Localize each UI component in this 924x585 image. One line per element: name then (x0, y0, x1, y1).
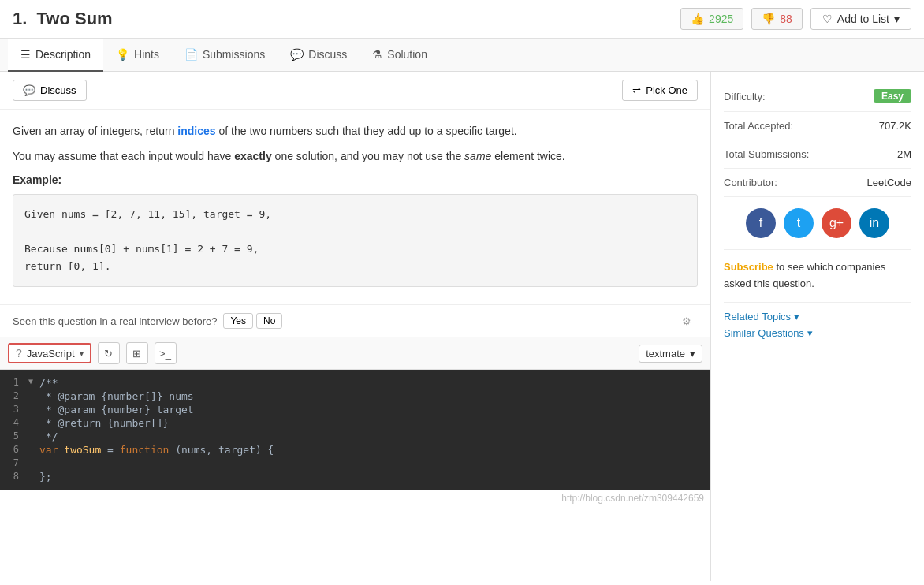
desc2-text2: one solution, and you may not use the (272, 150, 464, 162)
total-submissions-label: Total Submissions: (724, 148, 809, 160)
theme-selector[interactable]: textmate ▾ (639, 345, 702, 363)
tab-hints[interactable]: 💡 Hints (103, 39, 172, 72)
refresh-button[interactable]: ↻ (98, 342, 120, 364)
code-line-3: 3 * @param {number} target (0, 403, 710, 416)
desc-bold: indices (177, 125, 215, 137)
linkedin-button[interactable]: in (859, 208, 889, 238)
total-submissions-value: 2M (897, 148, 911, 160)
tab-bar: ☰ Description 💡 Hints 📄 Submissions 💬 Di… (0, 39, 924, 72)
desc2-bold: exactly (234, 150, 271, 162)
header-actions: 👍 2925 👎 88 ♡ Add to List ▾ (680, 8, 911, 30)
tab-discuss[interactable]: 💬 Discuss (278, 39, 360, 72)
upvote-count: 2925 (709, 13, 733, 25)
header: 1. Two Sum 👍 2925 👎 88 ♡ Add to List ▾ (0, 0, 924, 39)
discuss-icon: 💬 (23, 84, 35, 96)
add-to-list-button[interactable]: ♡ Add to List ▾ (810, 8, 911, 30)
desc-text1: Given an array of integers, return (13, 125, 177, 137)
language-label: JavaScript (27, 348, 75, 360)
tab-description-label: Description (35, 48, 91, 61)
facebook-button[interactable]: f (746, 208, 776, 238)
code-line-4: 4 * @return {number[]} (0, 416, 710, 430)
chevron-down-icon: ▾ (894, 13, 900, 25)
social-row: f t g+ in (724, 197, 911, 250)
desc-link[interactable]: indices (177, 125, 215, 137)
tab-solution[interactable]: ⚗ Solution (360, 39, 440, 72)
shuffle-icon: ⇌ (632, 84, 641, 96)
file-icon: 📄 (184, 48, 198, 61)
interview-bar: Seen this question in a real interview b… (0, 304, 710, 337)
terminal-icon[interactable]: >_ (155, 342, 177, 364)
tab-submissions[interactable]: 📄 Submissions (172, 39, 278, 72)
downvote-button[interactable]: 👎 88 (751, 8, 803, 30)
similar-questions-caret: ▾ (807, 327, 813, 339)
pick-one-button[interactable]: ⇌ Pick One (622, 80, 698, 101)
tab-discuss-label: Discuss (308, 48, 347, 61)
discuss-button[interactable]: 💬 Discuss (13, 80, 87, 101)
related-topics-caret: ▾ (794, 311, 799, 322)
add-to-list-label: Add to List (837, 13, 889, 25)
code-line-5: 5 */ (0, 430, 710, 443)
downvote-count: 88 (780, 13, 792, 25)
related-topics-label: Related Topics (724, 311, 791, 322)
total-accepted-row: Total Accepted: 707.2K (724, 112, 911, 140)
description-line2: You may assume that each input would hav… (13, 147, 698, 165)
problem-title: Two Sum (36, 9, 112, 28)
question-mark-icon: ? (16, 347, 22, 360)
code-line-1: 1 ▼ /** (0, 376, 710, 389)
list-icon: ☰ (20, 48, 31, 61)
twitter-button[interactable]: t (784, 208, 814, 238)
related-topics-link[interactable]: Related Topics ▾ (724, 311, 911, 322)
caret-icon: ▾ (80, 349, 84, 358)
pick-one-label: Pick One (646, 84, 687, 96)
tab-submissions-label: Submissions (203, 48, 265, 61)
problem-toolbar: 💬 Discuss ⇌ Pick One (0, 72, 710, 110)
interview-question: Seen this question in a real interview b… (13, 315, 217, 327)
problem-description: Given an array of integers, return indic… (0, 110, 710, 301)
total-accepted-value: 707.2K (879, 120, 911, 132)
desc2-italic: same (464, 150, 491, 162)
gear-icon[interactable]: ⚙ (682, 315, 691, 327)
googleplus-button[interactable]: g+ (822, 208, 851, 238)
no-button[interactable]: No (256, 313, 282, 329)
upvote-button[interactable]: 👍 2925 (680, 8, 743, 30)
bulb-icon: 💡 (116, 48, 129, 61)
code-editor-area: ? JavaScript ▾ ↻ ⊞ >_ textmate ▾ 1 ▼ /** (0, 337, 710, 507)
difficulty-row: Difficulty: Easy (724, 81, 911, 112)
code-line-6: 6 var twoSum = function (nums, target) { (0, 443, 710, 456)
code-line-2: 2 * @param {number[]} nums (0, 389, 710, 403)
contributor-row: Contributor: LeetCode (724, 169, 911, 197)
tab-solution-label: Solution (387, 48, 427, 61)
desc-text2: of the two numbers such that they add up… (216, 125, 517, 137)
desc2-text3: element twice. (491, 150, 564, 162)
similar-questions-label: Similar Questions (724, 327, 804, 339)
language-selector[interactable]: ? JavaScript ▾ (8, 343, 91, 363)
contributor-value: LeetCode (867, 177, 911, 188)
left-panel: 💬 Discuss ⇌ Pick One Given an array of i… (0, 72, 711, 581)
yes-button[interactable]: Yes (223, 313, 253, 329)
subscribe-row: Subscribe to see which companies asked t… (724, 250, 911, 303)
flask-icon: ⚗ (372, 48, 382, 61)
main-layout: 💬 Discuss ⇌ Pick One Given an array of i… (0, 72, 924, 581)
tab-description[interactable]: ☰ Description (8, 39, 103, 72)
code-line-7: 7 (0, 456, 710, 470)
expand-button[interactable]: ⊞ (126, 342, 148, 364)
theme-label: textmate (646, 348, 685, 360)
thumbs-up-icon: 👍 (691, 13, 704, 25)
right-panel: Difficulty: Easy Total Accepted: 707.2K … (711, 72, 924, 581)
similar-questions-link[interactable]: Similar Questions ▾ (724, 327, 911, 339)
code-line-8: 8 }; (0, 470, 710, 483)
code-editor[interactable]: 1 ▼ /** 2 * @param {number[]} nums 3 * @… (0, 370, 710, 490)
heart-icon: ♡ (822, 13, 833, 25)
chat-icon: 💬 (290, 48, 304, 61)
desc2-text1: You may assume that each input would hav… (13, 150, 234, 162)
page-title: 1. Two Sum (13, 9, 113, 29)
related-topics-section: Related Topics ▾ Similar Questions ▾ (724, 303, 911, 347)
total-submissions-row: Total Submissions: 2M (724, 140, 911, 169)
difficulty-badge: Easy (874, 89, 911, 103)
difficulty-label: Difficulty: (724, 91, 766, 102)
problem-number: 1. (13, 9, 27, 28)
subscribe-link[interactable]: Subscribe (724, 261, 773, 273)
description-line1: Given an array of integers, return indic… (13, 122, 698, 140)
tab-hints-label: Hints (134, 48, 159, 61)
example-label: Example: (13, 173, 698, 186)
